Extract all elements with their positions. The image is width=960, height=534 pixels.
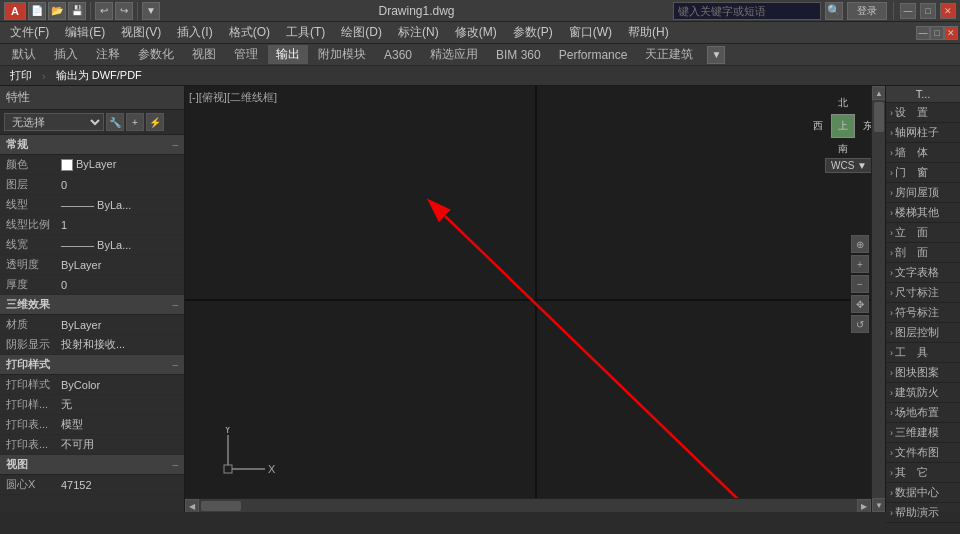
- tab-a360[interactable]: A360: [376, 47, 420, 63]
- sub-close-btn[interactable]: ✕: [944, 26, 958, 40]
- prop-icon-btn1[interactable]: 🔧: [106, 113, 124, 131]
- rp-item-0[interactable]: › 设 置: [886, 103, 960, 123]
- save-icon[interactable]: 💾: [68, 2, 86, 20]
- scroll-thumb-v[interactable]: [874, 102, 884, 132]
- undo-icon[interactable]: ↩: [95, 2, 113, 20]
- scroll-down-btn[interactable]: ▼: [872, 498, 885, 512]
- sep1: [90, 2, 91, 20]
- login-btn[interactable]: 登录: [847, 2, 887, 20]
- menu-annotate[interactable]: 标注(N): [390, 22, 447, 43]
- rp-item-17[interactable]: › 文件布图: [886, 443, 960, 463]
- menu-window[interactable]: 窗口(W): [561, 22, 620, 43]
- more-tabs-icon[interactable]: ▼: [707, 46, 725, 64]
- search-icon[interactable]: 🔍: [825, 2, 843, 20]
- section-print-toggle[interactable]: –: [172, 359, 178, 370]
- new-file-icon[interactable]: 📄: [28, 2, 46, 20]
- tab-output[interactable]: 输出: [268, 45, 308, 64]
- rp-label-17: 文件布图: [895, 445, 939, 460]
- restore-btn[interactable]: □: [920, 3, 936, 19]
- tab-tianzheng[interactable]: 天正建筑: [637, 45, 701, 64]
- object-select[interactable]: 无选择: [4, 113, 104, 131]
- menu-format[interactable]: 格式(O): [221, 22, 278, 43]
- rp-item-4[interactable]: › 房间屋顶: [886, 183, 960, 203]
- rp-item-15[interactable]: › 场地布置: [886, 403, 960, 423]
- rp-item-8[interactable]: › 文字表格: [886, 263, 960, 283]
- extra-icon[interactable]: ▼: [142, 2, 160, 20]
- rp-item-18[interactable]: › 其 它: [886, 463, 960, 483]
- tab-view[interactable]: 视图: [184, 45, 224, 64]
- rp-bullet-5: ›: [890, 208, 893, 218]
- section-3d[interactable]: 三维效果 –: [0, 295, 184, 315]
- search-input[interactable]: [673, 2, 821, 20]
- breadcrumb-output-dwf[interactable]: 输出为 DWF/PDF: [50, 67, 148, 84]
- rp-item-3[interactable]: › 门 窗: [886, 163, 960, 183]
- app-icon[interactable]: A: [4, 2, 26, 20]
- prop-icon-btn3[interactable]: ⚡: [146, 113, 164, 131]
- rp-item-5[interactable]: › 楼梯其他: [886, 203, 960, 223]
- menu-file[interactable]: 文件(F): [2, 22, 57, 43]
- section-3d-toggle[interactable]: –: [172, 299, 178, 310]
- section-general-toggle[interactable]: –: [172, 139, 178, 150]
- orbit-btn[interactable]: ↺: [851, 315, 869, 333]
- prop-icon-btn2[interactable]: +: [126, 113, 144, 131]
- section-print-label: 打印样式: [6, 357, 50, 372]
- menu-edit[interactable]: 编辑(E): [57, 22, 113, 43]
- sub-restore-btn[interactable]: □: [930, 26, 944, 40]
- tab-manage[interactable]: 管理: [226, 45, 266, 64]
- section-view[interactable]: 视图 –: [0, 455, 184, 475]
- rp-item-10[interactable]: › 符号标注: [886, 303, 960, 323]
- rp-item-12[interactable]: › 工 具: [886, 343, 960, 363]
- menu-bar: 文件(F) 编辑(E) 视图(V) 插入(I) 格式(O) 工具(T) 绘图(D…: [0, 22, 960, 44]
- rp-item-16[interactable]: › 三维建模: [886, 423, 960, 443]
- close-btn[interactable]: ✕: [940, 3, 956, 19]
- axis-svg: Y X: [210, 427, 280, 487]
- tab-bim360[interactable]: BIM 360: [488, 47, 549, 63]
- redo-icon[interactable]: ↪: [115, 2, 133, 20]
- zoom-out-btn[interactable]: −: [851, 275, 869, 293]
- prop-pstyle2-name: 打印样...: [6, 397, 61, 412]
- prop-pstyle: 打印样式 ByColor: [0, 375, 184, 395]
- rp-item-11[interactable]: › 图层控制: [886, 323, 960, 343]
- tab-featured[interactable]: 精选应用: [422, 45, 486, 64]
- menu-params[interactable]: 参数(P): [505, 22, 561, 43]
- wcs-label[interactable]: WCS ▼: [825, 158, 873, 173]
- tab-params[interactable]: 参数化: [130, 45, 182, 64]
- rp-bullet-8: ›: [890, 268, 893, 278]
- menu-draw[interactable]: 绘图(D): [333, 22, 390, 43]
- breadcrumb-print[interactable]: 打印: [4, 67, 38, 84]
- rp-bullet-15: ›: [890, 408, 893, 418]
- rp-item-14[interactable]: › 建筑防火: [886, 383, 960, 403]
- menu-view[interactable]: 视图(V): [113, 22, 169, 43]
- tab-addons[interactable]: 附加模块: [310, 45, 374, 64]
- menu-insert[interactable]: 插入(I): [169, 22, 220, 43]
- scroll-right-btn[interactable]: ▶: [857, 499, 871, 512]
- rp-label-18: 其 它: [895, 465, 928, 480]
- rp-item-2[interactable]: › 墙 体: [886, 143, 960, 163]
- scroll-left-btn[interactable]: ◀: [185, 499, 199, 512]
- rp-item-7[interactable]: › 剖 面: [886, 243, 960, 263]
- minimize-btn[interactable]: —: [900, 3, 916, 19]
- open-icon[interactable]: 📂: [48, 2, 66, 20]
- sub-minimize-btn[interactable]: —: [916, 26, 930, 40]
- rp-item-1[interactable]: › 轴网柱子: [886, 123, 960, 143]
- tab-annotate[interactable]: 注释: [88, 45, 128, 64]
- tab-default[interactable]: 默认: [4, 45, 44, 64]
- scroll-up-btn[interactable]: ▲: [872, 86, 885, 100]
- tab-insert[interactable]: 插入: [46, 45, 86, 64]
- section-view-toggle[interactable]: –: [172, 459, 178, 470]
- rp-item-6[interactable]: › 立 面: [886, 223, 960, 243]
- tab-performance[interactable]: Performance: [551, 47, 636, 63]
- zoom-in-btn[interactable]: +: [851, 255, 869, 273]
- menu-tools[interactable]: 工具(T): [278, 22, 333, 43]
- menu-help[interactable]: 帮助(H): [620, 22, 677, 43]
- rp-item-20[interactable]: › 帮助演示: [886, 503, 960, 523]
- rp-item-19[interactable]: › 数据中心: [886, 483, 960, 503]
- pan-btn[interactable]: ✥: [851, 295, 869, 313]
- section-print[interactable]: 打印样式 –: [0, 355, 184, 375]
- menu-modify[interactable]: 修改(M): [447, 22, 505, 43]
- zoom-extents-btn[interactable]: ⊕: [851, 235, 869, 253]
- rp-item-9[interactable]: › 尺寸标注: [886, 283, 960, 303]
- scroll-thumb-h[interactable]: [201, 501, 241, 511]
- rp-item-13[interactable]: › 图块图案: [886, 363, 960, 383]
- section-general[interactable]: 常规 –: [0, 135, 184, 155]
